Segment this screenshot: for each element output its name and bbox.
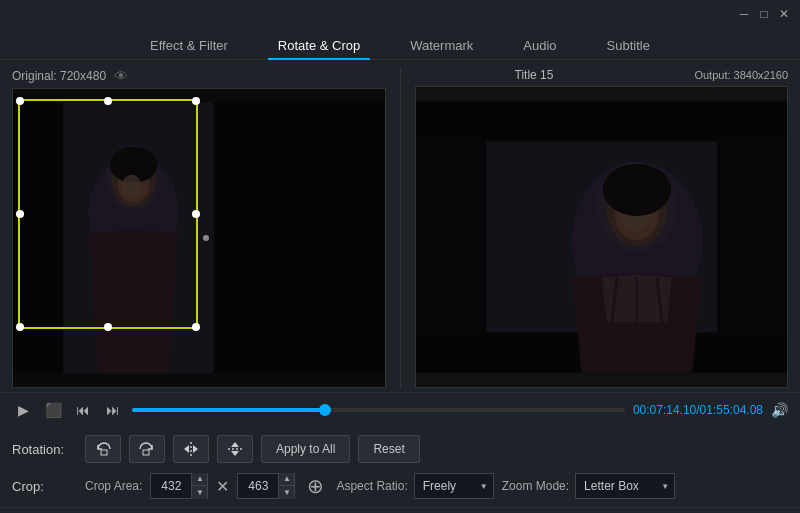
tab-effect-filter[interactable]: Effect & Filter [140, 32, 238, 59]
output-video-labels: Title 15 Output: 3840x2160 [415, 68, 789, 82]
svg-rect-11 [416, 101, 788, 141]
reset-button[interactable]: Reset [358, 435, 419, 463]
prev-frame-button[interactable]: ⏮ [72, 399, 94, 421]
rotate-right-button[interactable] [129, 435, 165, 463]
svg-marker-32 [231, 451, 239, 456]
crop-handle-topright[interactable] [192, 97, 200, 105]
crop-handle-bottomleft[interactable] [16, 323, 24, 331]
crop-handle-bottommid[interactable] [104, 323, 112, 331]
title-bar: ─ □ ✕ [0, 0, 800, 28]
crop-handle-topmid[interactable] [104, 97, 112, 105]
aspect-ratio-select[interactable]: Freely 16:9 4:3 1:1 [414, 473, 494, 499]
height-increment-button[interactable]: ▲ [278, 473, 294, 486]
svg-rect-17 [717, 142, 787, 333]
crop-height-input[interactable] [238, 479, 278, 493]
svg-point-21 [602, 164, 670, 216]
tab-bar: Effect & Filter Rotate & Crop Watermark … [0, 28, 800, 60]
svg-rect-16 [416, 142, 486, 333]
rotation-row: Rotation: [12, 435, 788, 463]
action-bar: Reset All OK Cancel [0, 507, 800, 513]
crop-handle-topleft[interactable] [16, 97, 24, 105]
flip-vertical-button[interactable] [217, 435, 253, 463]
height-spinners: ▲ ▼ [278, 473, 294, 499]
svg-rect-26 [143, 450, 149, 455]
zoom-mode-select-wrapper: Letter Box Pan & Scan Full [575, 473, 675, 499]
playback-controls: ▶ ⬛ ⏮ ⏭ 00:07:14.10/01:55:04.08 🔊 [0, 392, 800, 427]
times-icon: ✕ [216, 477, 229, 496]
zoom-mode-group: Zoom Mode: Letter Box Pan & Scan Full [502, 473, 675, 499]
original-video-label: Original: 720x480 👁 [12, 68, 386, 84]
crop-selection-box[interactable] [18, 99, 198, 329]
svg-marker-29 [193, 445, 198, 453]
aspect-ratio-label: Aspect Ratio: [336, 479, 407, 493]
crop-handle-bottomright[interactable] [192, 323, 200, 331]
close-button[interactable]: ✕ [776, 6, 792, 22]
volume-icon[interactable]: 🔊 [771, 402, 788, 418]
crop-area-label: Crop Area: [85, 479, 142, 493]
controls-section: Rotation: [0, 427, 800, 507]
original-video-preview[interactable] [12, 88, 386, 388]
crop-label: Crop: [12, 479, 77, 494]
panel-divider [400, 68, 401, 388]
eye-icon[interactable]: 👁 [114, 68, 128, 84]
zoom-mode-select[interactable]: Letter Box Pan & Scan Full [575, 473, 675, 499]
crop-row: Crop: Crop Area: ▲ ▼ ✕ ▲ ▼ ⊕ [12, 473, 788, 499]
apply-to-all-button[interactable]: Apply to All [261, 435, 350, 463]
crop-handle-midleft[interactable] [16, 210, 24, 218]
progress-bar[interactable] [132, 408, 625, 412]
height-decrement-button[interactable]: ▼ [278, 486, 294, 499]
center-dot [203, 235, 209, 241]
tab-rotate-crop[interactable]: Rotate & Crop [268, 32, 370, 59]
zoom-mode-label: Zoom Mode: [502, 479, 569, 493]
time-display: 00:07:14.10/01:55:04.08 [633, 403, 763, 417]
play-button[interactable]: ▶ [12, 399, 34, 421]
rotation-label: Rotation: [12, 442, 77, 457]
svg-rect-25 [101, 450, 107, 455]
crop-width-input-group: ▲ ▼ [150, 473, 208, 499]
width-increment-button[interactable]: ▲ [191, 473, 207, 486]
crop-center-icon: ⊕ [307, 474, 324, 498]
flip-horizontal-button[interactable] [173, 435, 209, 463]
output-video-preview [415, 86, 789, 388]
minimize-button[interactable]: ─ [736, 6, 752, 22]
main-content: Original: 720x480 👁 [0, 60, 800, 507]
rotate-left-button[interactable] [85, 435, 121, 463]
stop-button[interactable]: ⬛ [42, 399, 64, 421]
video-area: Original: 720x480 👁 [0, 60, 800, 392]
tab-subtitle[interactable]: Subtitle [597, 32, 660, 59]
aspect-ratio-select-wrapper: Freely 16:9 4:3 1:1 [414, 473, 494, 499]
output-video-panel: Title 15 Output: 3840x2160 [415, 68, 789, 388]
svg-marker-28 [184, 445, 189, 453]
tab-audio[interactable]: Audio [513, 32, 566, 59]
crop-width-input[interactable] [151, 479, 191, 493]
svg-marker-31 [231, 442, 239, 447]
aspect-ratio-group: Aspect Ratio: Freely 16:9 4:3 1:1 [336, 473, 493, 499]
crop-height-input-group: ▲ ▼ [237, 473, 295, 499]
crop-handle-midright[interactable] [192, 210, 200, 218]
svg-rect-5 [214, 102, 385, 373]
progress-fill [132, 408, 329, 412]
progress-thumb[interactable] [319, 404, 331, 416]
tab-watermark[interactable]: Watermark [400, 32, 483, 59]
width-spinners: ▲ ▼ [191, 473, 207, 499]
original-video-panel: Original: 720x480 👁 [12, 68, 386, 388]
maximize-button[interactable]: □ [756, 6, 772, 22]
width-decrement-button[interactable]: ▼ [191, 486, 207, 499]
next-frame-button[interactable]: ⏭ [102, 399, 124, 421]
